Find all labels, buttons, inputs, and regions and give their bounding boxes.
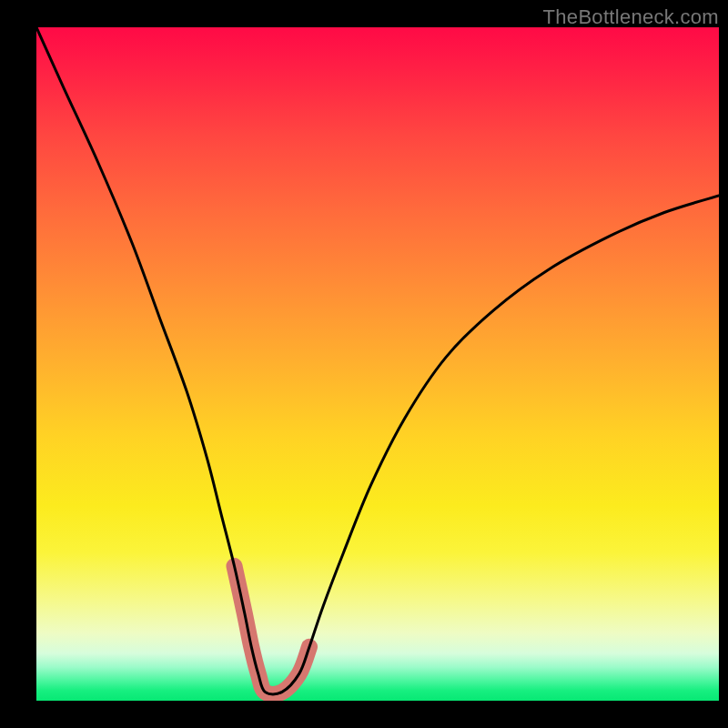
curve-svg — [36, 27, 719, 701]
watermark-text: TheBottleneck.com — [543, 5, 719, 29]
main-curve — [36, 27, 719, 694]
chart-stage: TheBottleneck.com — [0, 0, 728, 728]
plot-area — [36, 27, 719, 701]
